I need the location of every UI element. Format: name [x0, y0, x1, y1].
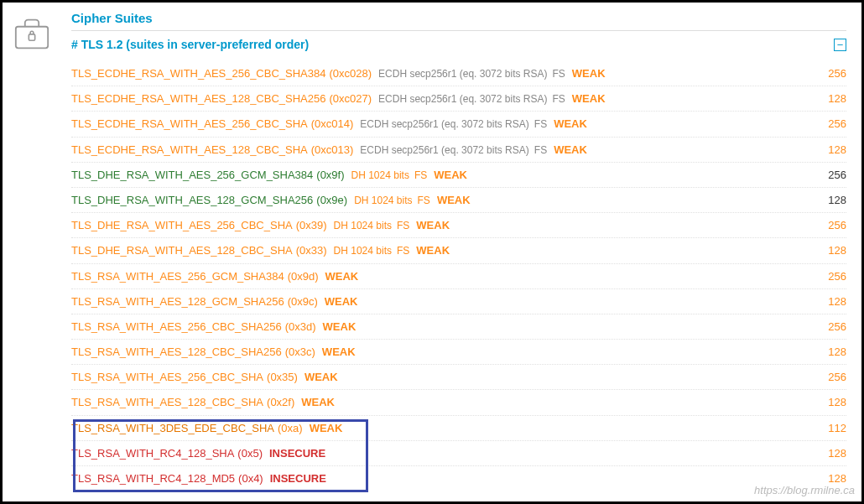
cipher-left: TLS_RSA_WITH_RC4_128_SHA (0x5)INSECURE	[71, 446, 325, 461]
cipher-status: WEAK	[416, 243, 450, 258]
cipher-row: TLS_RSA_WITH_AES_128_GCM_SHA256 (0x9c)WE…	[71, 289, 846, 314]
cipher-name[interactable]: TLS_RSA_WITH_RC4_128_MD5	[71, 471, 235, 486]
cipher-left: TLS_RSA_WITH_3DES_EDE_CBC_SHA (0xa)WEAK	[71, 421, 342, 436]
cipher-name[interactable]: TLS_RSA_WITH_3DES_EDE_CBC_SHA	[71, 421, 274, 436]
cipher-bits: 128	[828, 294, 846, 309]
cipher-status: WEAK	[310, 421, 343, 436]
protocol-header-text: # TLS 1.2 (suites in server-preferred or…	[71, 38, 309, 51]
cipher-status: WEAK	[434, 168, 467, 183]
cipher-status: WEAK	[304, 370, 338, 385]
cipher-row: TLS_RSA_WITH_AES_256_CBC_SHA256 (0x3d)WE…	[71, 314, 846, 340]
briefcase-lock-icon	[13, 16, 51, 51]
cipher-left: TLS_RSA_WITH_AES_256_CBC_SHA (0x35)WEAK	[71, 370, 338, 385]
cipher-hex: (0xc027)	[329, 91, 372, 107]
cipher-fs: FS	[414, 169, 427, 183]
protocol-header: # TLS 1.2 (suites in server-preferred or…	[71, 38, 846, 51]
cipher-name[interactable]: TLS_ECDHE_RSA_WITH_AES_128_CBC_SHA	[71, 143, 308, 158]
cipher-fs: FS	[397, 244, 409, 258]
cipher-hex: (0x5)	[237, 446, 263, 461]
cipher-detail: DH 1024 bits	[354, 194, 412, 208]
cipher-hex: (0xc013)	[311, 143, 354, 158]
cipher-bits: 112	[828, 421, 846, 436]
cipher-bits: 256	[828, 117, 846, 132]
cipher-name[interactable]: TLS_DHE_RSA_WITH_AES_256_CBC_SHA	[71, 218, 293, 233]
cipher-fs: FS	[418, 194, 430, 208]
cipher-bits: 128	[828, 193, 846, 208]
cipher-hex: (0x9f)	[316, 168, 344, 183]
cipher-hex: (0xa)	[278, 421, 303, 436]
cipher-left: TLS_RSA_WITH_AES_256_GCM_SHA384 (0x9d)WE…	[71, 269, 358, 284]
cipher-name[interactable]: TLS_ECDHE_RSA_WITH_AES_128_CBC_SHA256	[71, 91, 325, 107]
cipher-hex: (0x3c)	[285, 345, 315, 360]
cipher-hex: (0x9c)	[288, 294, 318, 309]
cipher-detail: ECDH secp256r1 (eq. 3072 bits RSA)	[360, 143, 528, 158]
cipher-row: TLS_ECDHE_RSA_WITH_AES_256_CBC_SHA384 (0…	[71, 61, 846, 86]
cipher-name[interactable]: TLS_DHE_RSA_WITH_AES_128_GCM_SHA256	[71, 193, 313, 208]
cipher-hex: (0x2f)	[267, 395, 294, 410]
cipher-fs: FS	[397, 219, 409, 233]
cipher-bits: 256	[828, 218, 846, 233]
cipher-left: TLS_ECDHE_RSA_WITH_AES_256_CBC_SHA (0xc0…	[71, 117, 587, 132]
cipher-bits: 128	[828, 91, 846, 107]
cipher-left: TLS_ECDHE_RSA_WITH_AES_256_CBC_SHA384 (0…	[71, 66, 606, 81]
watermark: https://blog.rmilne.ca	[754, 484, 855, 496]
cipher-left: TLS_DHE_RSA_WITH_AES_256_GCM_SHA384 (0x9…	[71, 168, 467, 183]
cipher-name[interactable]: TLS_RSA_WITH_AES_256_CBC_SHA	[71, 370, 263, 385]
cipher-name[interactable]: TLS_DHE_RSA_WITH_AES_128_CBC_SHA	[71, 243, 293, 258]
cipher-hex: (0x4)	[238, 471, 263, 486]
cipher-bits: 128	[828, 446, 846, 461]
cipher-left: TLS_ECDHE_RSA_WITH_AES_128_CBC_SHA (0xc0…	[71, 143, 587, 158]
cipher-status: WEAK	[301, 395, 335, 410]
svg-rect-1	[29, 34, 34, 40]
cipher-name[interactable]: TLS_RSA_WITH_AES_128_CBC_SHA256	[71, 345, 282, 360]
cipher-row: TLS_RSA_WITH_AES_128_CBC_SHA256 (0x3c)WE…	[71, 340, 846, 365]
cipher-left: TLS_DHE_RSA_WITH_AES_256_CBC_SHA (0x39)D…	[71, 218, 450, 233]
cipher-status: WEAK	[325, 269, 358, 284]
cipher-status: WEAK	[554, 143, 587, 158]
cipher-left: TLS_RSA_WITH_AES_128_GCM_SHA256 (0x9c)WE…	[71, 294, 357, 309]
cipher-row: TLS_DHE_RSA_WITH_AES_128_CBC_SHA (0x33)D…	[71, 238, 846, 263]
cipher-status: INSECURE	[269, 446, 325, 461]
cipher-hex: (0xc014)	[311, 117, 354, 132]
cipher-hex: (0x33)	[296, 243, 327, 258]
cipher-left: TLS_RSA_WITH_AES_256_CBC_SHA256 (0x3d)WE…	[71, 320, 356, 335]
cipher-detail: ECDH secp256r1 (eq. 3072 bits RSA)	[360, 117, 528, 132]
cipher-status: WEAK	[437, 193, 471, 208]
collapse-button[interactable]: −	[834, 39, 846, 51]
cipher-name[interactable]: TLS_RSA_WITH_AES_256_GCM_SHA384	[71, 269, 284, 284]
cipher-name[interactable]: TLS_DHE_RSA_WITH_AES_256_GCM_SHA384	[71, 168, 313, 183]
section-title: Cipher Suites	[71, 11, 846, 30]
cipher-status: WEAK	[554, 117, 587, 132]
cipher-name[interactable]: TLS_RSA_WITH_AES_256_CBC_SHA256	[71, 320, 282, 335]
cipher-bits: 128	[828, 395, 846, 410]
cipher-rows: TLS_ECDHE_RSA_WITH_AES_256_CBC_SHA384 (0…	[71, 61, 846, 491]
cipher-name[interactable]: TLS_RSA_WITH_RC4_128_SHA	[71, 446, 234, 461]
cipher-name[interactable]: TLS_RSA_WITH_AES_128_GCM_SHA256	[71, 294, 284, 309]
cipher-hex: (0x3d)	[285, 320, 316, 335]
cipher-left: TLS_DHE_RSA_WITH_AES_128_CBC_SHA (0x33)D…	[71, 243, 450, 258]
cipher-bits: 256	[828, 370, 846, 385]
cipher-fs: FS	[534, 143, 547, 158]
cipher-name[interactable]: TLS_ECDHE_RSA_WITH_AES_256_CBC_SHA	[71, 117, 308, 132]
cipher-detail: DH 1024 bits	[334, 219, 392, 233]
cipher-detail: ECDH secp256r1 (eq. 3072 bits RSA)	[378, 92, 547, 107]
cipher-left: TLS_RSA_WITH_RC4_128_MD5 (0x4)INSECURE	[71, 471, 326, 486]
cipher-row: TLS_DHE_RSA_WITH_AES_256_GCM_SHA384 (0x9…	[71, 163, 846, 188]
cipher-hex: (0x35)	[267, 370, 298, 385]
cipher-hex: (0x9e)	[316, 193, 347, 208]
cipher-row: TLS_ECDHE_RSA_WITH_AES_256_CBC_SHA (0xc0…	[71, 112, 846, 137]
cipher-row: TLS_ECDHE_RSA_WITH_AES_128_CBC_SHA256 (0…	[71, 86, 846, 112]
cipher-name[interactable]: TLS_RSA_WITH_AES_128_CBC_SHA	[71, 395, 263, 410]
cipher-status: WEAK	[322, 345, 356, 360]
cipher-bits: 128	[828, 345, 846, 360]
cipher-row: TLS_DHE_RSA_WITH_AES_128_GCM_SHA256 (0x9…	[71, 188, 846, 213]
cipher-bits: 256	[828, 168, 846, 183]
cipher-fs: FS	[534, 117, 547, 132]
cipher-left: TLS_DHE_RSA_WITH_AES_128_GCM_SHA256 (0x9…	[71, 193, 471, 208]
cipher-status: WEAK	[572, 66, 606, 81]
cipher-detail: ECDH secp256r1 (eq. 3072 bits RSA)	[378, 67, 547, 81]
cipher-name[interactable]: TLS_ECDHE_RSA_WITH_AES_256_CBC_SHA384	[71, 66, 325, 81]
cipher-left: TLS_ECDHE_RSA_WITH_AES_128_CBC_SHA256 (0…	[71, 91, 606, 107]
cipher-row: TLS_DHE_RSA_WITH_AES_256_CBC_SHA (0x39)D…	[71, 213, 846, 238]
cipher-bits: 128	[828, 143, 846, 158]
